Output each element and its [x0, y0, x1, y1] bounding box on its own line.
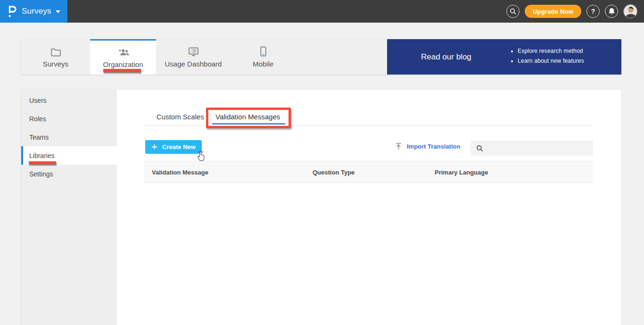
hand-cursor-icon	[195, 149, 207, 164]
nav-tab-usage-dashboard[interactable]: Usage Dashboard	[156, 39, 231, 75]
primary-nav: Surveys Organization	[21, 39, 621, 75]
table-header-row: Validation Message Question Type Primary…	[144, 161, 593, 183]
notifications-button[interactable]	[605, 5, 618, 18]
sidebar-item-settings[interactable]: Settings	[21, 165, 117, 183]
search-input[interactable]	[487, 141, 593, 156]
create-new-button[interactable]: Create New	[145, 140, 202, 154]
search-icon	[476, 145, 483, 152]
bell-icon	[608, 8, 615, 15]
blog-panel[interactable]: Read our blog Explore research method Le…	[387, 39, 621, 75]
nav-tab-mobile[interactable]: Mobile	[231, 39, 296, 75]
blog-title: Read our blog	[421, 39, 471, 75]
tab-validation-messages[interactable]: Validation Messages	[215, 113, 280, 121]
add-people-icon	[117, 47, 130, 57]
nav-tab-surveys[interactable]: Surveys	[21, 39, 90, 75]
sidebar-item-roles[interactable]: Roles	[21, 109, 117, 128]
column-header-question-type: Question Type	[313, 161, 355, 183]
blog-bullet: Learn about new features	[518, 58, 584, 64]
help-button[interactable]: ?	[586, 5, 600, 18]
create-new-label: Create New	[162, 143, 196, 150]
blog-bullet: Explore research method	[518, 48, 584, 54]
blog-bullet-list: Explore research method Learn about new …	[511, 48, 584, 67]
sidebar-item-label: Teams	[29, 133, 49, 141]
sidebar-item-label: Roles	[29, 115, 46, 123]
org-sidebar: Users Roles Teams Libraries Settings	[21, 90, 117, 325]
sidebar-item-users[interactable]: Users	[21, 91, 117, 109]
import-translation-link[interactable]: Import Translation	[395, 142, 460, 150]
search-icon	[510, 8, 516, 15]
workspace-label: Surveys	[22, 7, 51, 16]
workspace-switcher[interactable]: Surveys	[0, 0, 67, 23]
sidebar-item-label: Libraries	[29, 152, 55, 159]
nav-tab-label: Usage Dashboard	[165, 60, 222, 68]
tab-custom-scales[interactable]: Custom Scales	[157, 113, 204, 121]
search-button[interactable]	[506, 5, 520, 18]
sidebar-item-label: Users	[29, 97, 47, 104]
plus-icon	[151, 144, 157, 150]
tab-label: Custom Scales	[157, 113, 204, 121]
questionpro-logo-icon	[8, 5, 17, 17]
import-translation-label: Import Translation	[407, 143, 460, 150]
active-tab-underline	[212, 123, 285, 125]
sidebar-item-label: Settings	[29, 170, 53, 178]
upload-icon	[395, 142, 402, 150]
user-avatar[interactable]	[623, 4, 637, 18]
question-mark-icon: ?	[591, 8, 595, 15]
dashboard-icon	[188, 46, 199, 57]
column-header-validation-message: Validation Message	[152, 161, 208, 183]
tabs-divider	[144, 125, 593, 126]
chevron-down-icon	[56, 10, 60, 13]
table-search[interactable]	[471, 141, 593, 156]
folder-icon	[50, 46, 61, 57]
mobile-icon	[260, 46, 267, 57]
main-panel: Users Roles Teams Libraries Settings Cus…	[21, 90, 621, 325]
top-bar: Surveys Upgrade Now ?	[0, 0, 644, 23]
nav-tab-label: Mobile	[253, 60, 273, 68]
sidebar-item-teams[interactable]: Teams	[21, 128, 117, 146]
upgrade-now-button[interactable]: Upgrade Now	[525, 5, 581, 18]
nav-tab-label: Organization	[103, 60, 143, 68]
annotation-underline-organization	[103, 69, 141, 72]
annotation-underline-libraries	[29, 161, 56, 164]
tab-label: Validation Messages	[215, 113, 280, 121]
nav-tab-label: Surveys	[43, 60, 68, 68]
column-header-primary-language: Primary Language	[435, 161, 488, 183]
